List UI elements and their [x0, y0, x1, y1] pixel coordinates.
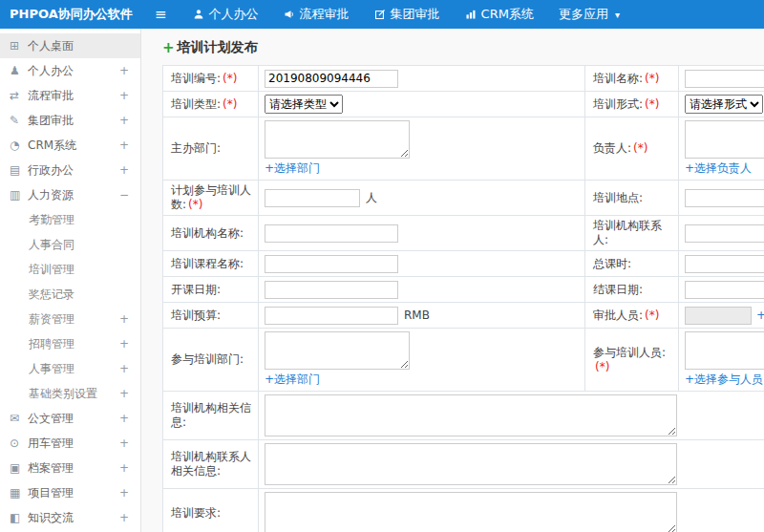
requirement-label: 培训要求:: [163, 489, 259, 532]
pick-join-dept-link[interactable]: +选择部门: [265, 372, 579, 388]
person-unit: 人: [366, 191, 377, 204]
org-info-label: 培训机构相关信息:: [163, 392, 259, 440]
nav-more-apps[interactable]: 更多应用 ▾: [546, 0, 632, 29]
sidebar-item-project[interactable]: ▦ 项目管理 +: [0, 480, 140, 505]
planned-count-input[interactable]: [265, 189, 360, 207]
page-title: 培训计划发布: [178, 39, 258, 54]
row-org-info: 培训机构相关信息:: [163, 392, 764, 440]
mail-icon: ✉: [10, 412, 28, 425]
nav-crm[interactable]: CRM系统: [453, 0, 546, 29]
start-date-label: 开课日期:: [163, 277, 259, 303]
org-name-input[interactable]: [265, 224, 398, 243]
join-dept-textarea[interactable]: [265, 331, 410, 370]
nav-personal-office[interactable]: 个人办公: [180, 0, 271, 29]
sidebar-item-personal-office[interactable]: ♟ 个人办公 +: [0, 58, 140, 83]
training-type-label: 培训类型:(*): [163, 92, 259, 117]
location-input[interactable]: [685, 189, 764, 207]
sidebar-item-attendance[interactable]: 考勤管理: [0, 207, 140, 232]
topbar: PHPOA协同办公软件 ≡ 个人办公 流程审批 集团审批 CRM系统 更多应用 …: [0, 0, 764, 29]
end-date-input[interactable]: [685, 281, 764, 299]
sidebar-item-crm[interactable]: ◔ CRM系统 +: [0, 133, 140, 158]
flow-icon: ⇄: [10, 89, 28, 102]
currency-unit: RMB: [404, 309, 430, 322]
end-date-label: 结课日期:: [585, 277, 679, 303]
expand-icon: +: [119, 461, 129, 475]
sidebar-item-archive[interactable]: ▣ 档案管理 +: [0, 456, 140, 480]
row-join-dept-people: 参与培训部门: +选择部门 参与培训人员:(*) +选择参与人员: [163, 329, 764, 392]
sidebar-item-workflow-approval[interactable]: ⇄ 流程审批 +: [0, 83, 140, 108]
expand-icon: +: [119, 64, 129, 77]
sidebar-item-training[interactable]: 培训管理: [0, 257, 140, 282]
sidebar-item-hr[interactable]: ▥ 人力资源 −: [0, 182, 140, 207]
nav-group-approval[interactable]: 集团审批: [362, 0, 453, 29]
row-no-name: 培训编号:(*) 培训名称:(*): [163, 66, 764, 92]
total-hours-input[interactable]: [685, 255, 764, 273]
nav-label: 流程审批: [300, 6, 350, 23]
org-contact-input[interactable]: [685, 224, 764, 243]
pick-dept-link[interactable]: +选择部门: [265, 160, 579, 177]
training-no-input[interactable]: [265, 70, 398, 88]
expand-icon: +: [119, 114, 129, 127]
sidebar-item-admin-office[interactable]: ▤ 行政办公 +: [0, 158, 140, 182]
host-dept-textarea[interactable]: [265, 120, 410, 159]
user-icon: ♟: [10, 64, 28, 77]
required-mark: (*): [188, 198, 202, 211]
training-name-label: 培训名称:(*): [585, 66, 679, 92]
row-type-mode: 培训类型:(*) 请选择类型 培训形式:(*) 请选择形式: [163, 92, 764, 117]
sidebar-item-salary[interactable]: 薪资管理 +: [0, 307, 140, 331]
start-date-input[interactable]: [265, 281, 398, 299]
course-name-label: 培训课程名称:: [163, 251, 259, 277]
leader-textarea[interactable]: [685, 120, 764, 159]
training-type-select[interactable]: 请选择类型: [265, 95, 343, 114]
required-mark: (*): [595, 360, 609, 373]
sidebar-item-personal-desktop[interactable]: ⊞ 个人桌面: [0, 33, 140, 58]
sidebar-item-rewards[interactable]: 奖惩记录: [0, 282, 140, 307]
org-contact-info-label: 培训机构联系人相关信息:: [163, 440, 259, 489]
row-budget-approver: 培训预算: RMB 审批人员:(*) +选择审批人员: [163, 303, 764, 329]
nav-label: CRM系统: [481, 6, 534, 23]
sidebar-item-personnel[interactable]: 人事管理 +: [0, 356, 140, 381]
training-name-input[interactable]: [685, 70, 764, 88]
bar-chart-icon: [465, 9, 477, 20]
org-info-textarea[interactable]: [265, 394, 677, 436]
pick-approver-link[interactable]: +选择审批人员: [756, 308, 764, 324]
budget-input[interactable]: [265, 307, 398, 325]
sidebar-item-recruitment[interactable]: 招聘管理 +: [0, 331, 140, 356]
expand-icon: +: [119, 163, 129, 177]
nav-label: 集团审批: [391, 6, 440, 23]
location-label: 培训地点:: [585, 181, 679, 216]
required-mark: (*): [223, 72, 237, 85]
row-dates: 开课日期: 结课日期:: [163, 277, 764, 303]
training-form-table: 培训编号:(*) 培训名称:(*) 培训类型:(*) 请选择类型 培训形式:(*…: [162, 65, 764, 532]
expand-icon: +: [119, 412, 129, 425]
sidebar-item-hr-contract[interactable]: 人事合同: [0, 232, 140, 257]
org-name-label: 培训机构名称:: [163, 216, 259, 251]
pick-leader-link[interactable]: +选择负责人: [685, 160, 764, 177]
course-name-input[interactable]: [265, 255, 398, 273]
org-contact-info-textarea[interactable]: [265, 443, 677, 485]
sidebar-item-group-approval[interactable]: ✎ 集团审批 +: [0, 108, 140, 133]
row-requirement: 培训要求:: [163, 489, 764, 532]
row-org-contact-info: 培训机构联系人相关信息:: [163, 440, 764, 489]
requirement-textarea[interactable]: [265, 492, 677, 532]
pick-join-people-link[interactable]: +选择参与人员: [685, 372, 764, 388]
required-mark: (*): [223, 97, 237, 111]
sidebar-item-base-category[interactable]: 基础类别设置 +: [0, 381, 140, 406]
sidebar-item-vehicle[interactable]: ⊙ 用车管理 +: [0, 431, 140, 456]
sidebar-item-document[interactable]: ✉ 公文管理 +: [0, 406, 140, 431]
expand-icon: +: [119, 387, 129, 400]
approver-input[interactable]: [685, 307, 752, 325]
person-icon: [193, 9, 204, 20]
menu-toggle-icon[interactable]: ≡: [141, 6, 180, 23]
row-org-contact: 培训机构名称: 培训机构联系人:: [163, 216, 764, 251]
nav-workflow-approval[interactable]: 流程审批: [271, 0, 362, 29]
leader-label: 负责人:(*): [585, 117, 679, 181]
join-people-textarea[interactable]: [685, 331, 764, 370]
nav-label: 更多应用: [559, 6, 608, 23]
desktop-icon: ⊞: [10, 39, 28, 53]
edit-icon: ✎: [10, 114, 28, 127]
hr-icon: ▥: [10, 188, 28, 202]
expand-icon: +: [119, 511, 129, 524]
sidebar-item-knowledge[interactable]: ◧ 知识交流 +: [0, 505, 140, 530]
training-mode-select[interactable]: 请选择形式: [685, 95, 763, 114]
